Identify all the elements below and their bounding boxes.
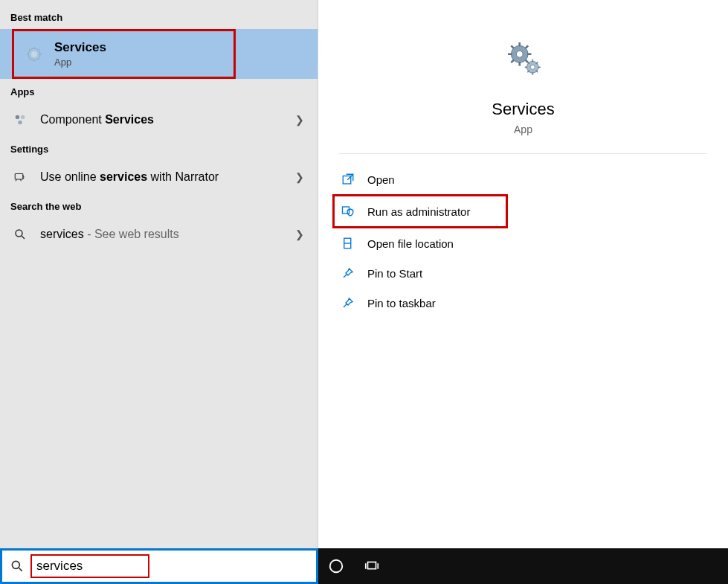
svg-point-0 — [31, 51, 37, 57]
gear-icon — [25, 45, 44, 64]
cortana-button[interactable] — [318, 548, 354, 584]
svg-point-6 — [16, 230, 22, 237]
apps-item-component-services[interactable]: Component Services ❯ — [0, 103, 318, 136]
action-open-location-label: Open file location — [367, 237, 454, 250]
app-title: Services — [339, 100, 707, 119]
search-results-panel: Best match Services App — [0, 0, 318, 548]
app-type: App — [339, 123, 707, 135]
component-services-icon — [10, 112, 30, 127]
best-match-subtitle: App — [54, 57, 106, 68]
action-list: Open Run as administrator Open file — [318, 164, 728, 318]
chevron-right-icon[interactable]: ❯ — [295, 171, 304, 183]
section-search-web: Search the web — [0, 193, 318, 218]
details-panel: Services App Open Run as — [318, 0, 728, 548]
search-input-highlight — [30, 554, 149, 578]
apps-item-label: Component Services — [40, 113, 307, 126]
action-pin-to-start[interactable]: Pin to Start — [335, 258, 712, 288]
admin-shield-icon — [341, 204, 355, 219]
pin-icon — [341, 295, 355, 310]
action-pin-to-taskbar[interactable]: Pin to taskbar — [335, 288, 712, 318]
action-open[interactable]: Open — [335, 164, 712, 194]
open-icon — [341, 172, 355, 187]
task-view-button[interactable] — [354, 548, 390, 584]
web-item-label: services - See web results — [40, 228, 307, 241]
search-input[interactable] — [36, 557, 144, 575]
search-icon — [10, 559, 25, 574]
svg-point-14 — [12, 561, 19, 568]
large-gear-icon — [503, 37, 544, 79]
svg-point-15 — [330, 560, 343, 573]
web-item-services[interactable]: services - See web results ❯ — [0, 218, 318, 251]
section-settings: Settings — [0, 136, 318, 161]
chevron-right-icon[interactable]: ❯ — [295, 228, 304, 240]
svg-point-10 — [530, 65, 535, 69]
svg-point-3 — [21, 115, 25, 119]
action-run-admin-label: Run as administrator — [367, 205, 470, 218]
action-open-file-location[interactable]: Open file location — [335, 228, 712, 258]
svg-point-4 — [18, 121, 22, 124]
action-pin-start-label: Pin to Start — [367, 267, 422, 280]
action-open-label: Open — [367, 173, 395, 186]
folder-open-icon — [341, 236, 355, 251]
settings-item-narrator-services[interactable]: Use online services with Narrator ❯ — [0, 161, 318, 193]
svg-point-8 — [516, 51, 523, 57]
settings-item-label: Use online services with Narrator — [40, 170, 307, 184]
svg-rect-5 — [15, 174, 23, 180]
best-match-title: Services — [54, 40, 106, 55]
svg-point-2 — [16, 115, 19, 119]
best-match-row[interactable]: Services App — [0, 29, 318, 79]
section-best-match: Best match — [0, 4, 318, 29]
app-hero: Services App — [339, 0, 707, 154]
svg-rect-16 — [368, 562, 376, 569]
taskbar — [0, 548, 728, 584]
action-run-as-admin[interactable]: Run as administrator — [332, 194, 508, 228]
pin-icon — [341, 266, 355, 280]
action-pin-taskbar-label: Pin to taskbar — [367, 297, 436, 309]
chevron-right-icon[interactable]: ❯ — [295, 114, 304, 126]
taskbar-search[interactable] — [0, 548, 318, 584]
search-icon — [10, 227, 30, 242]
section-apps: Apps — [0, 79, 318, 103]
narrator-icon — [10, 170, 30, 184]
